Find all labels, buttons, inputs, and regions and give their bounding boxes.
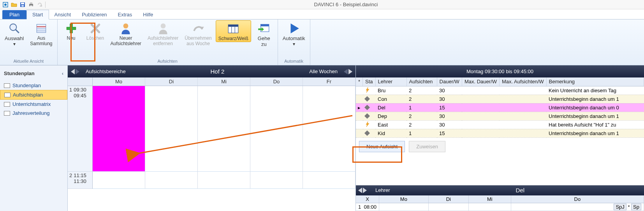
day-header-di[interactable]: Di: [145, 77, 198, 86]
lower-col-mo[interactable]: Mo: [379, 195, 429, 203]
nav-left[interactable]: [71, 69, 79, 74]
diamond-icon: [364, 104, 370, 110]
chevron-left-icon[interactable]: ‹: [62, 70, 63, 76]
window-title: DAVINCI 6 - Beispiel.davinci: [48, 2, 644, 7]
qat-save-icon[interactable]: [19, 2, 26, 8]
goto-calendar-icon: [257, 22, 271, 35]
cell-mi-1[interactable]: [198, 86, 250, 172]
svg-rect-10: [37, 24, 46, 32]
table-row[interactable]: East230Hat bereits Aufsicht "Hof 1" zu: [356, 120, 644, 129]
tab-publizieren[interactable]: Publizieren: [76, 10, 112, 19]
svg-rect-6: [30, 2, 32, 4]
diamond-icon: [364, 113, 370, 118]
cell-do-1[interactable]: [250, 86, 303, 172]
cell-fr-2[interactable]: [303, 172, 355, 189]
svg-rect-21: [260, 24, 269, 26]
timeslot-1[interactable]: 109:3009:45: [68, 86, 92, 172]
btn-aus-sammlung[interactable]: Aus Sammlung: [28, 20, 55, 47]
cell-di-1[interactable]: [145, 86, 197, 172]
sidebar-item-jahresverteilung[interactable]: Jahresverteilung: [0, 109, 67, 118]
tab-hilfe[interactable]: Hilfe: [137, 10, 158, 19]
diamond-icon: [364, 130, 370, 135]
day-header-do[interactable]: Do: [250, 77, 303, 86]
right-titlebar: Montag 09:30:00 bis 09:45:00: [356, 65, 644, 77]
lower-row[interactable]: 1 08:00 SpJ * Sp: [356, 203, 644, 211]
sidebar-item-unterrichtsmatrix[interactable]: Unterrichtsmatrix: [0, 100, 67, 109]
table-row[interactable]: Con230Unterrichtsbeginn danach um 1: [356, 95, 644, 103]
table-row[interactable]: Bru230Kein Unterricht an diesem Tag: [356, 86, 644, 95]
btn-auswahl[interactable]: Auswahl▾: [2, 20, 26, 47]
col-sta[interactable]: Sta: [363, 77, 376, 86]
highlight-neu: [70, 23, 95, 62]
table-row[interactable]: Kid115Unterrichtsbeginn danach um 1: [356, 129, 644, 137]
lower-titlebar: Lehrer Del: [356, 185, 644, 195]
btn-gehe-zu[interactable]: Gehe zu: [253, 20, 275, 47]
col-maxaufsw[interactable]: Max. Aufsichten/W: [499, 77, 546, 86]
cell-fr-1[interactable]: [303, 86, 355, 172]
lower-col-mi[interactable]: Mi: [468, 195, 511, 203]
sidebar-item-stundenplan[interactable]: Stundenplan: [0, 81, 67, 90]
btn-schwarz-weiss[interactable]: Schwarz/Weiß: [216, 20, 251, 42]
svg-point-14: [123, 23, 128, 28]
sidebar-item-aufsichtsplan[interactable]: Aufsichtsplan: [0, 90, 67, 100]
svg-rect-17: [228, 25, 238, 26]
qat-print-icon[interactable]: [28, 2, 34, 8]
table-row[interactable]: ▸Del115Unterrichtsbeginn danach um 0: [356, 103, 644, 112]
schedule-center-label: Hof 2: [132, 68, 303, 75]
ribbon-group-label: Aktuelle Ansicht: [2, 58, 55, 65]
quick-access-toolbar: [0, 2, 48, 8]
timeslot-2[interactable]: 211:1511:30: [68, 172, 92, 189]
tab-ansicht[interactable]: Ansicht: [49, 10, 77, 19]
col-aufsichten[interactable]: Aufsichten: [406, 77, 437, 86]
sidebar-header[interactable]: Stundenplan ‹: [0, 65, 67, 81]
col-dauerw[interactable]: Dauer/W: [437, 77, 462, 86]
right-pane: Montag 09:30:00 bis 09:45:00 * Sta Lehre…: [356, 65, 644, 211]
ribbon-group-automatik: Automatik▾ Automatik: [278, 19, 310, 65]
table-row[interactable]: Dep230Unterrichtsbeginn danach um 1: [356, 112, 644, 120]
schedule-right-label: Alle Wochen: [303, 69, 344, 74]
bolt-icon: [365, 87, 370, 93]
day-header-mo[interactable]: Mo: [93, 77, 145, 86]
cell-mo-1[interactable]: [93, 86, 145, 172]
schedule-titlebar: Aufsichtsbereiche Hof 2 Alle Wochen: [68, 65, 355, 77]
tab-start[interactable]: Start: [26, 10, 49, 19]
lower-col-di[interactable]: Di: [428, 195, 468, 203]
time-column: 109:3009:45 211:1511:30: [68, 86, 93, 189]
day-header-mi[interactable]: Mi: [198, 77, 250, 86]
lower-nav[interactable]: [356, 188, 369, 193]
cell-mi-2[interactable]: [198, 172, 250, 189]
lower-col-x[interactable]: X: [356, 195, 379, 203]
qat-folder-icon[interactable]: [11, 2, 17, 8]
col-bemerkung[interactable]: Bemerkung: [546, 77, 644, 86]
lower-table: X Mo Di Mi Do 1 08:00 SpJ * Sp: [356, 195, 644, 211]
schedule-grid: [93, 86, 355, 189]
btn-neuer-aufsichtslehrer[interactable]: Neuer Aufsichtslehrer: [108, 20, 144, 47]
col-maxdauerw[interactable]: Max. Dauer/W: [462, 77, 499, 86]
grid-icon: [4, 93, 11, 97]
day-col-fr: [303, 86, 355, 189]
lower-label: Lehrer: [369, 187, 396, 193]
btn-zuweisen: Zuweisen: [409, 141, 445, 152]
person-remove-icon: [157, 22, 170, 35]
tab-plan[interactable]: Plan: [2, 10, 26, 19]
btn-aufsichtslehrer-entfernen: Aufsichtslehrer entfernen: [145, 20, 181, 47]
cell-do-2[interactable]: [250, 172, 303, 189]
grid-icon: [4, 102, 10, 107]
arrow-curve-icon: [192, 22, 205, 35]
svg-point-8: [10, 24, 16, 30]
col-lehrer[interactable]: Lehrer: [375, 77, 406, 86]
col-star[interactable]: *: [356, 77, 363, 86]
svg-rect-7: [30, 5, 32, 7]
qat-refresh-icon[interactable]: [2, 2, 9, 8]
day-header-fr[interactable]: Fr: [303, 77, 355, 86]
btn-automatik[interactable]: Automatik▾: [280, 20, 308, 47]
lower-col-do[interactable]: Do: [511, 195, 644, 203]
tab-extras[interactable]: Extras: [112, 10, 137, 19]
day-col-mi: [198, 86, 250, 189]
ribbon-group-label: Automatik: [280, 58, 308, 65]
qat-redo-icon: [37, 2, 43, 8]
svg-line-9: [16, 30, 19, 33]
nav-right[interactable]: [344, 69, 352, 74]
cell-di-2[interactable]: [145, 172, 197, 189]
cell-mo-2[interactable]: [93, 172, 145, 189]
